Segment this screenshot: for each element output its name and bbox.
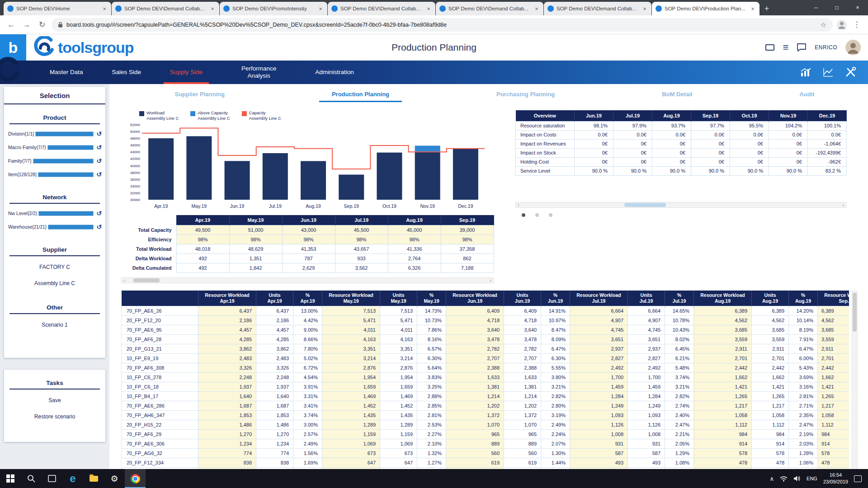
capacity-cell[interactable]: 39,000 xyxy=(441,225,494,235)
resource-workload-cell-partial[interactable]: 1,058 xyxy=(818,410,849,420)
nav-item-master-data[interactable]: Master Data xyxy=(35,61,98,84)
tray-expand-icon[interactable] xyxy=(770,475,774,482)
resource-workload-cell[interactable]: 691 xyxy=(198,467,256,469)
subtab-bom-detail[interactable]: BoM Detail xyxy=(649,86,705,102)
browser-tab[interactable]: SOP Demo DEV\Production Plan... xyxy=(652,2,760,15)
resource-workload-cell[interactable]: 2,483 xyxy=(198,353,256,363)
overview-hscrollbar[interactable] xyxy=(515,202,846,208)
minimize-button[interactable] xyxy=(806,0,826,15)
capacity-cell[interactable]: 98% xyxy=(229,235,282,244)
forward-button[interactable] xyxy=(21,19,33,31)
refresh-icon[interactable] xyxy=(95,171,103,178)
line-chart-icon[interactable] xyxy=(820,65,836,80)
address-bar[interactable]: board.tools.group/#/screen/?capsulePath=… xyxy=(52,18,833,32)
resource-workload-cell[interactable]: 914 xyxy=(694,439,752,448)
resource-workload-cell[interactable]: 1,249 xyxy=(570,401,628,410)
resource-workload-cell[interactable]: 1,452 xyxy=(322,401,380,410)
refresh-icon[interactable] xyxy=(95,223,103,230)
resource-workload-cell[interactable]: 478 xyxy=(694,458,752,467)
selector-progress-bar[interactable] xyxy=(33,159,94,164)
resource-workload-cell[interactable]: 6,437 xyxy=(198,306,256,315)
tab-close-icon[interactable] xyxy=(750,5,756,12)
capacity-cell[interactable]: 98% xyxy=(335,235,388,244)
resource-workload-cell[interactable]: 3,640 xyxy=(446,325,504,334)
nav-item-performance-analysis[interactable]: Performance Analysis xyxy=(217,61,301,84)
refresh-icon[interactable] xyxy=(95,130,103,137)
resource-workload-cell[interactable]: 1,435 xyxy=(322,410,380,420)
selector-progress-bar[interactable] xyxy=(48,225,94,230)
resource-workload-cell[interactable]: 1,214 xyxy=(446,391,504,401)
keyboard-language[interactable]: ENG xyxy=(807,476,817,481)
resource-workload-cell[interactable]: 2,248 xyxy=(198,372,256,382)
capacity-table-hscrollbar[interactable] xyxy=(121,277,494,283)
subtab-audit[interactable]: Audit xyxy=(787,86,827,102)
resource-workload-cell[interactable]: 2,876 xyxy=(322,363,380,372)
chat-icon[interactable] xyxy=(797,43,807,52)
resource-workload-cell[interactable]: 4,011 xyxy=(322,325,380,334)
combo-chart-icon[interactable] xyxy=(797,65,814,80)
resource-workload-cell-partial[interactable]: 1,265 xyxy=(818,391,849,401)
presentation-mode-icon[interactable] xyxy=(765,44,774,51)
page-dot-3[interactable] xyxy=(549,213,552,217)
back-button[interactable] xyxy=(5,19,17,31)
resource-workload-cell[interactable]: 1,421 xyxy=(694,382,752,391)
chrome-button[interactable] xyxy=(125,469,146,488)
browser-tab[interactable]: SOP Demo DEV\PromoIntensity xyxy=(220,2,327,15)
selector-progress-bar[interactable] xyxy=(47,145,94,150)
resource-workload-cell[interactable]: 5,471 xyxy=(322,315,380,325)
tab-close-icon[interactable] xyxy=(533,5,540,12)
resource-workload-cell[interactable]: 1,381 xyxy=(446,382,504,391)
resource-workload-cell-partial[interactable]: 2,701 xyxy=(818,353,849,363)
tab-close-icon[interactable] xyxy=(425,5,432,12)
resource-workload-cell[interactable]: 931 xyxy=(570,439,628,448)
resource-workload-cell-partial[interactable]: 1,112 xyxy=(818,420,849,429)
resource-workload-cell[interactable]: 619 xyxy=(446,458,504,467)
nav-item-supply-side[interactable]: Supply Side xyxy=(156,61,217,84)
browser-tab[interactable]: SOP Demo DEV\Demand Collab... xyxy=(328,2,435,15)
resource-workload-cell[interactable]: 1,284 xyxy=(570,391,628,401)
resource-workload-cell[interactable]: 1,217 xyxy=(694,401,752,410)
resource-workload-cell-partial[interactable]: 513 xyxy=(818,467,849,469)
close-window-button[interactable] xyxy=(847,0,868,15)
resource-workload-cell[interactable]: 6,389 xyxy=(694,306,752,315)
resource-workload-cell[interactable]: 2,492 xyxy=(570,363,628,372)
scroll-right-icon[interactable] xyxy=(840,202,846,207)
resource-workload-cell[interactable]: 3,351 xyxy=(322,344,380,353)
browser-tab[interactable]: SOP Demo DEV\Demand Collab... xyxy=(436,2,543,15)
resource-workload-cell-partial[interactable]: 478 xyxy=(818,458,849,467)
capacity-cell[interactable]: 98% xyxy=(282,235,335,244)
resource-workload-cell[interactable]: 587 xyxy=(570,448,628,458)
bookmark-star-icon[interactable] xyxy=(821,21,826,29)
resource-workload-cell[interactable]: 2,388 xyxy=(446,363,504,372)
refresh-icon[interactable] xyxy=(95,157,103,164)
resource-workload-cell[interactable]: 3,862 xyxy=(198,344,256,353)
resource-workload-cell-partial[interactable]: 914 xyxy=(818,439,849,448)
capacity-cell[interactable]: 45,000 xyxy=(388,225,441,235)
action-center-icon[interactable] xyxy=(854,475,862,482)
resource-workload-cell[interactable]: 3,651 xyxy=(570,334,628,344)
reload-button[interactable] xyxy=(36,19,48,31)
file-explorer-button[interactable] xyxy=(83,469,104,488)
resource-workload-cell[interactable]: 6,409 xyxy=(446,306,504,315)
scroll-right-icon[interactable] xyxy=(488,278,493,283)
resource-workload-cell[interactable]: 965 xyxy=(446,429,504,439)
resource-workload-cell[interactable]: 774 xyxy=(198,448,256,458)
resource-workload-cell[interactable]: 1,662 xyxy=(694,372,752,382)
resource-workload-cell[interactable]: 2,937 xyxy=(570,344,628,353)
resource-workload-cell[interactable]: 513 xyxy=(694,467,752,469)
scroll-left-icon[interactable] xyxy=(122,278,127,283)
resource-workload-cell[interactable]: 984 xyxy=(694,429,752,439)
resource-workload-cell[interactable]: 1,853 xyxy=(198,410,256,420)
resource-workload-cell[interactable]: 493 xyxy=(570,458,628,467)
settings-button[interactable] xyxy=(104,469,125,488)
task-restore-scenario[interactable]: Restore scenario xyxy=(4,408,105,425)
resource-workload-cell-partial[interactable]: 4,562 xyxy=(818,315,849,325)
resource-workload-cell[interactable]: 1,126 xyxy=(570,420,628,429)
resource-workload-cell[interactable]: 3,559 xyxy=(694,334,752,344)
maximize-button[interactable] xyxy=(826,0,847,15)
page-dot-2[interactable] xyxy=(535,213,539,217)
nav-item-administration[interactable]: Administration xyxy=(301,61,368,84)
selector-progress-bar[interactable] xyxy=(38,172,94,177)
resource-workload-cell[interactable]: 673 xyxy=(322,448,380,458)
start-button[interactable] xyxy=(0,469,21,488)
